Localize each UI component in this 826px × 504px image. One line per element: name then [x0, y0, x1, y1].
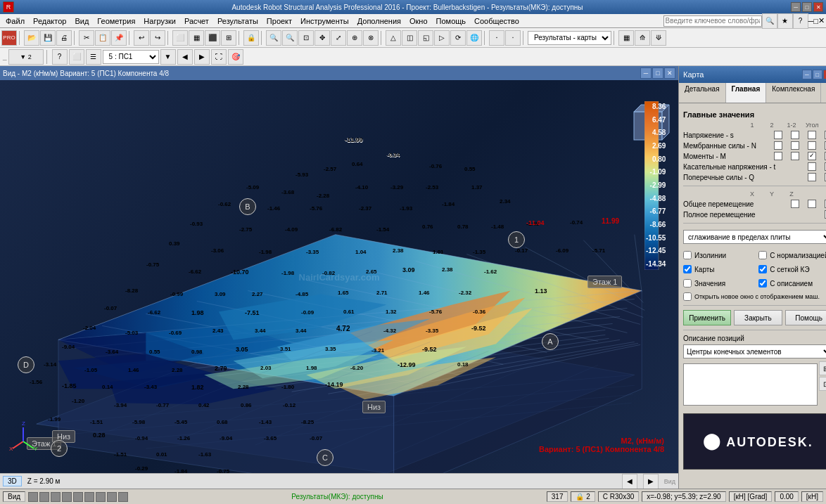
tb-max[interactable]: □	[813, 17, 818, 25]
redo-btn[interactable]: ↪	[150, 30, 165, 46]
vp-scroll-right[interactable]: ▶	[643, 474, 659, 489]
tb16[interactable]: ⤢	[331, 30, 346, 46]
zoom-in-btn[interactable]: 🔍	[266, 30, 281, 46]
menu-results[interactable]: Результаты	[213, 15, 262, 27]
cb-n-12[interactable]	[808, 141, 816, 150]
question-btn[interactable]: ?	[793, 13, 808, 29]
mode-3d-btn[interactable]: 3D	[3, 476, 22, 486]
t2b3[interactable]: ⬜	[69, 49, 84, 65]
menu-window[interactable]: Окно	[405, 15, 432, 27]
vp-max[interactable]: □	[652, 67, 663, 79]
menu-view[interactable]: Вид	[70, 15, 93, 27]
position-dropdown[interactable]: Центры конечных элементов	[683, 344, 826, 358]
cb-s-2[interactable]	[791, 131, 799, 139]
output-action-btn2[interactable]: ⊡	[819, 377, 826, 391]
vp-close[interactable]: ✕	[664, 67, 675, 79]
cut-btn[interactable]: ✂	[79, 30, 94, 46]
tb11[interactable]: 🔒	[243, 30, 259, 46]
print-btn[interactable]: 🖨	[56, 30, 72, 46]
tab-complex[interactable]: Комплексная	[766, 83, 821, 103]
undo-btn[interactable]: ↩	[134, 30, 149, 46]
star-btn[interactable]: ★	[777, 13, 793, 29]
menu-community[interactable]: Сообщество	[470, 15, 523, 27]
tb22[interactable]: ▷	[434, 30, 450, 46]
tb-close[interactable]: ✕	[818, 16, 825, 25]
viz-canvas[interactable]: -11.99 -0.34 0.64 -2.57 -5.93 -0.76 0.55…	[0, 80, 678, 473]
t2b2[interactable]: ?	[52, 49, 68, 65]
smoothing-dropdown[interactable]: сглаживание в пределах плиты	[683, 230, 826, 244]
cb-n-2[interactable]	[791, 141, 799, 150]
close-action-btn[interactable]: Закрыть	[734, 310, 782, 325]
t2b1[interactable]: ▼ 2	[8, 49, 44, 65]
cb-m-12[interactable]	[808, 152, 816, 160]
minimize-btn[interactable]: ─	[791, 2, 801, 12]
cb-new-window[interactable]	[683, 292, 692, 301]
apply-btn[interactable]: Применить	[683, 310, 731, 325]
tb29[interactable]: ⟱	[651, 30, 666, 46]
tb24[interactable]: 🌐	[466, 30, 482, 46]
tb17[interactable]: ⊕	[347, 30, 362, 46]
cb-grid[interactable]	[758, 265, 767, 273]
search-btn[interactable]: 🔍	[762, 13, 777, 29]
output-textarea[interactable]	[683, 363, 818, 406]
tb18[interactable]: ⊗	[363, 30, 379, 46]
help-btn[interactable]: Помощь	[785, 310, 827, 325]
cb-op-x[interactable]	[791, 200, 799, 208]
pan-btn[interactable]: ✥	[314, 30, 330, 46]
tab-detailed[interactable]: Детальная	[679, 83, 726, 103]
panel-max-btn[interactable]: □	[813, 70, 822, 79]
menu-geometry[interactable]: Геометрия	[93, 15, 139, 27]
cb-t-1[interactable]	[808, 162, 816, 171]
menu-help[interactable]: Помощь	[432, 15, 471, 27]
zoom-out-btn[interactable]: 🔍	[282, 30, 298, 46]
paste-btn[interactable]: 📌	[111, 30, 127, 46]
t2b8[interactable]: ⛶	[211, 49, 227, 65]
panel-min-btn[interactable]: ─	[802, 70, 812, 79]
new-btn[interactable]: PRO	[1, 30, 17, 46]
maximize-btn[interactable]: □	[802, 2, 812, 12]
t2b9[interactable]: 🎯	[228, 49, 243, 65]
vp-min[interactable]: ─	[640, 67, 652, 79]
tab-main[interactable]: Главная	[726, 83, 767, 103]
tb8[interactable]: ▦	[189, 30, 204, 46]
menu-tools[interactable]: Инструменты	[296, 15, 353, 27]
tb23[interactable]: ⟳	[450, 30, 466, 46]
case-dropdown[interactable]: 5 : ПС1	[103, 50, 159, 64]
zoom-fit-btn[interactable]: ⊡	[298, 30, 314, 46]
copy-btn[interactable]: 📋	[95, 30, 110, 46]
tab-g[interactable]: Г !	[821, 83, 826, 103]
tb-min[interactable]: ─	[808, 17, 814, 25]
menu-loads[interactable]: Нагрузки	[139, 15, 180, 27]
output-action-btn1[interactable]: ⊞	[819, 361, 826, 375]
cb-n-1[interactable]	[774, 141, 782, 150]
cb-maps[interactable]	[683, 265, 692, 273]
tb27[interactable]: ▦	[618, 30, 634, 46]
t2b6[interactable]: ◀	[177, 49, 193, 65]
tb21[interactable]: ◱	[418, 30, 433, 46]
menu-file[interactable]: Файл	[1, 15, 29, 27]
vp-scroll-left[interactable]: ◀	[622, 474, 637, 489]
tb7[interactable]: ⬜	[172, 30, 188, 46]
t2b7[interactable]: ▶	[194, 49, 210, 65]
open-btn[interactable]: 📂	[24, 30, 39, 46]
panel-close-btn[interactable]: ✕	[823, 70, 826, 79]
t2b4[interactable]: ☰	[86, 49, 101, 65]
cb-description[interactable]	[758, 279, 767, 287]
menu-addons[interactable]: Дополнения	[353, 15, 405, 27]
search-input[interactable]	[663, 15, 762, 27]
tb25[interactable]: ⬝	[489, 30, 504, 46]
tb26[interactable]: ⬞	[505, 30, 521, 46]
t2b5[interactable]: ▼	[160, 49, 176, 65]
cb-normalization[interactable]	[758, 251, 767, 259]
save-btn[interactable]: 💾	[40, 30, 56, 46]
tb19[interactable]: △	[386, 30, 401, 46]
results-dropdown[interactable]: Результаты - карты	[528, 31, 611, 45]
tb20[interactable]: ◫	[402, 30, 417, 46]
cb-m-1[interactable]	[774, 152, 782, 160]
cb-q-1[interactable]	[808, 173, 816, 181]
cb-s-12[interactable]	[808, 131, 816, 139]
tb28[interactable]: ⟰	[635, 30, 650, 46]
cb-op-y[interactable]	[808, 200, 816, 208]
close-btn[interactable]: ✕	[813, 2, 823, 12]
cb-m-2[interactable]	[791, 152, 799, 160]
